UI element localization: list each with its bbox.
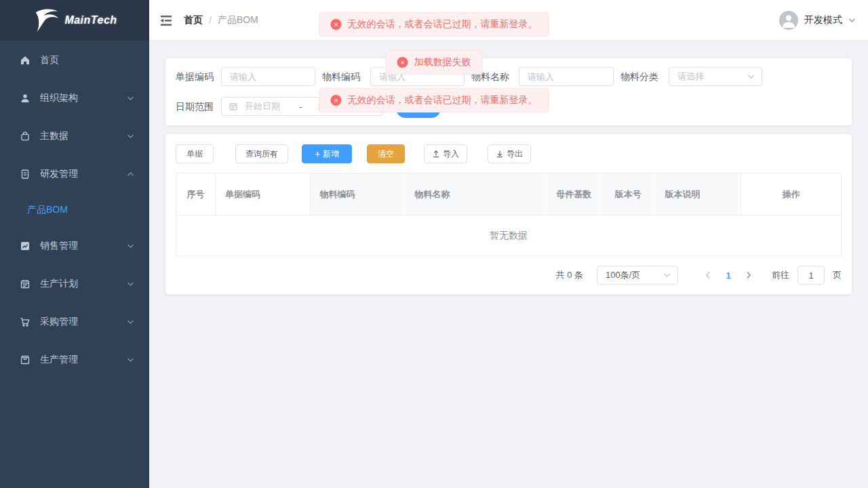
export-button[interactable]: 导出 [488, 144, 531, 163]
sidebar-toggle-hamburger-icon[interactable] [159, 14, 174, 27]
org-user-icon [19, 93, 31, 104]
toast-message: 无效的会话，或者会话已过期，请重新登录。 [348, 18, 538, 30]
table-card: 单据 查询所有 + 新增 清空 导入 导出 序号 [165, 134, 852, 294]
sidebar-item-manufacturing[interactable]: 生产管理 [0, 341, 149, 379]
sidebar-item-label: 生产计划 [40, 278, 127, 290]
doc-button[interactable]: 单据 [176, 144, 214, 163]
user-menu[interactable]: 开发模式 [779, 0, 856, 41]
breadcrumb-separator: / [209, 15, 212, 26]
document-icon [19, 169, 31, 180]
brand-logo-icon [32, 7, 62, 34]
column-header-material-code: 物料编码 [311, 174, 406, 216]
table-header-row: 序号 单据编码 物料编码 物料名称 母件基数 版本号 版本说明 操作 [176, 174, 841, 216]
sidebar-item-org[interactable]: 组织架构 [0, 79, 149, 117]
toast-message: 加载数据失败 [414, 56, 471, 68]
table-empty-state: 暂无数据 [176, 216, 841, 256]
chevron-down-icon [127, 134, 134, 139]
material-category-label: 物料分类 [620, 67, 658, 86]
sidebar-subitem-label: 产品BOM [27, 204, 68, 216]
column-header-doc-code: 单据编码 [216, 174, 311, 216]
error-circle-icon: × [331, 95, 342, 106]
sidebar-item-label: 销售管理 [40, 240, 127, 252]
breadcrumb: 首页 / 产品BOM [184, 0, 258, 41]
pagination: 共 0 条 100条/页 1 前往 页 [556, 266, 842, 285]
date-start-placeholder: 开始日期 [245, 100, 280, 113]
column-header-version-desc: 版本说明 [656, 174, 739, 216]
add-button[interactable]: + 新增 [302, 144, 352, 163]
chevron-down-icon [848, 18, 856, 23]
chevron-down-icon [127, 96, 134, 101]
error-toast: × 无效的会话，或者会话已过期，请重新登录。 [319, 88, 549, 113]
breadcrumb-home[interactable]: 首页 [184, 14, 203, 26]
material-name-input[interactable] [519, 68, 613, 85]
sidebar-subitem-product-bom[interactable]: 产品BOM [0, 193, 149, 227]
doc-code-label: 单据编码 [176, 67, 214, 86]
pagination-total: 共 0 条 [556, 269, 583, 281]
calendar-icon [229, 102, 238, 111]
download-icon [496, 150, 504, 158]
package-icon [19, 354, 31, 366]
column-header-version: 版本号 [601, 174, 656, 216]
current-page-number[interactable]: 1 [720, 270, 736, 281]
column-header-index: 序号 [176, 174, 216, 216]
sidebar-item-label: 生产管理 [40, 354, 127, 366]
query-all-button[interactable]: 查询所有 [235, 144, 288, 163]
chevron-down-icon [663, 272, 671, 278]
chevron-down-icon [127, 281, 134, 287]
page-size-select[interactable]: 100条/页 [597, 266, 678, 285]
sidebar-item-label: 组织架构 [40, 92, 127, 104]
page-size-value: 100条/页 [606, 269, 640, 281]
error-circle-icon: × [331, 19, 342, 30]
toast-message: 无效的会话，或者会话已过期，请重新登录。 [348, 94, 538, 106]
sidebar-item-home[interactable]: 首页 [0, 41, 149, 79]
material-code-label: 物料编码 [322, 67, 360, 86]
app-root: MainTech 首页 组织架构 [0, 0, 868, 488]
goto-page-input[interactable] [797, 266, 825, 285]
breadcrumb-current: 产品BOM [218, 14, 258, 26]
error-toast: × 无效的会话，或者会话已过期，请重新登录。 [319, 12, 549, 37]
chevron-down-icon [127, 357, 134, 363]
material-name-field [519, 67, 614, 86]
sidebar-item-purchasing[interactable]: 采购管理 [0, 303, 149, 341]
goto-label: 前往 [772, 269, 789, 281]
error-circle-icon: × [397, 57, 408, 68]
select-placeholder: 请选择 [677, 70, 704, 83]
chevron-down-icon [127, 243, 134, 249]
import-button[interactable]: 导入 [424, 144, 467, 163]
sidebar: MainTech 首页 组织架构 [0, 0, 149, 488]
prev-page-icon[interactable] [701, 266, 715, 285]
chevron-down-icon [747, 74, 755, 79]
page-unit-label: 页 [833, 269, 842, 281]
sidebar-item-masterdata[interactable]: 主数据 [0, 117, 149, 155]
chevron-down-icon [127, 319, 134, 325]
avatar [779, 11, 798, 30]
home-icon [19, 55, 31, 66]
sidebar-item-label: 采购管理 [40, 316, 127, 328]
doc-code-field [221, 67, 315, 86]
column-header-material-name: 物料名称 [405, 174, 547, 216]
chevron-up-icon [127, 171, 134, 177]
plus-icon: + [315, 149, 320, 159]
material-category-select[interactable]: 请选择 [669, 67, 762, 86]
sidebar-menu: 首页 组织架构 主数据 [0, 41, 149, 379]
sidebar-item-label: 首页 [40, 54, 134, 66]
sales-chart-icon [19, 241, 31, 252]
next-page-icon[interactable] [742, 266, 755, 285]
import-button-label: 导入 [443, 148, 459, 160]
user-mode-label: 开发模式 [804, 14, 842, 26]
cart-icon [19, 317, 31, 328]
sidebar-item-rnd[interactable]: 研发管理 [0, 155, 149, 193]
clear-button[interactable]: 清空 [367, 144, 405, 163]
sidebar-item-sales[interactable]: 销售管理 [0, 227, 149, 265]
bom-table: 序号 单据编码 物料编码 物料名称 母件基数 版本号 版本说明 操作 暂无数据 [176, 173, 842, 256]
logo: MainTech [0, 0, 149, 41]
bag-icon [19, 131, 31, 142]
doc-code-input[interactable] [222, 68, 315, 85]
brand-name: MainTech [64, 14, 117, 26]
sidebar-item-label: 主数据 [40, 130, 127, 142]
sidebar-item-label: 研发管理 [40, 168, 127, 180]
column-header-parent-base: 母件基数 [547, 174, 601, 216]
error-toast: × 加载数据失败 [386, 50, 483, 75]
column-header-actions: 操作 [741, 174, 841, 216]
sidebar-item-production-plan[interactable]: 生产计划 [0, 265, 149, 303]
